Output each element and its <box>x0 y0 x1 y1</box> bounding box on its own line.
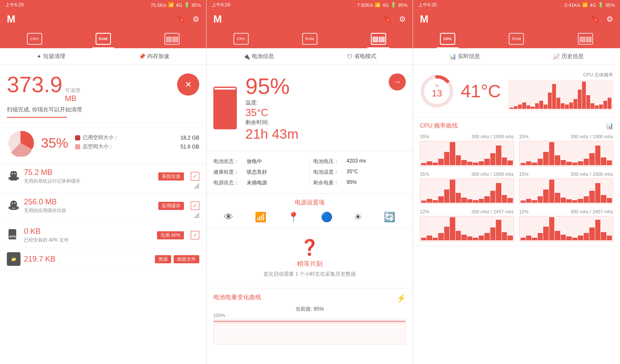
network-2: 4G <box>382 3 389 8</box>
rotation-icon[interactable]: 🔄 <box>384 212 395 223</box>
clean-button[interactable]: ✕ <box>177 73 199 96</box>
bookmark-icon-3[interactable]: 🔖 <box>590 15 600 24</box>
bar-item <box>586 95 590 109</box>
cpu-freq-section: CPU 频率曲线 📊 15%300 mhz / 1900 mhz15%300 m… <box>413 118 620 246</box>
subnav-clean-label-1: 垃圾清理 <box>43 52 65 60</box>
tab-battery-3[interactable]: ▤▤ <box>574 31 597 48</box>
app-header-2: M 🔖 ⚙ <box>207 10 413 29</box>
core-bar-item <box>450 217 455 240</box>
signal-icon-3: 📶 <box>582 2 588 8</box>
tab-ram-3[interactable]: RAM <box>505 31 527 48</box>
core-bar-item <box>521 201 526 203</box>
junk-size-2: 0 KB <box>24 227 154 236</box>
app-header-3: M 🔖 ⚙ <box>413 10 620 29</box>
clean-label-unit: 可清理 MB <box>65 87 80 103</box>
ram-tab-icon-2: RAM <box>302 33 317 45</box>
location-icon[interactable]: 📍 <box>288 212 299 223</box>
core-bar-item <box>566 199 571 203</box>
bar-item <box>565 105 569 109</box>
tab-bar-1: CPU RAM ▤▤ <box>0 29 206 48</box>
gear-icon-1[interactable]: ⚙ <box>192 15 199 24</box>
power-settings-title: 电源设置项 <box>213 199 406 207</box>
svg-text:APK: APK <box>9 235 16 239</box>
status-bar-2: 上午6:29 7.92K/s 📶 4G 🔋 95% <box>207 0 413 10</box>
core-item-1: 15%300 mhz / 1900 mhz <box>519 134 614 166</box>
bookmark-icon-1[interactable]: 🔖 <box>176 15 186 24</box>
core-freq-label-3: 300 mhz / 1900 mhz <box>571 172 613 177</box>
core-bar-item <box>589 153 594 165</box>
cpu-cores-grid: 15%300 mhz / 1900 mhz15%300 mhz / 1900 m… <box>420 134 613 242</box>
gear-icon-2[interactable]: ⚙ <box>399 15 406 24</box>
core-bar-item <box>572 238 577 240</box>
battery-divider <box>309 156 310 188</box>
battery-tab-icon-1: ▤▤ <box>164 33 180 45</box>
tab-battery-2[interactable]: ▤▤ <box>367 31 390 48</box>
tab-cpu-1[interactable]: CPU <box>23 31 46 48</box>
bar-item <box>535 103 539 109</box>
bar-item <box>531 107 535 109</box>
core-bar-item <box>496 220 501 240</box>
core-pct-1: 15% <box>519 134 529 139</box>
junk-tag-2: 无用 APK <box>157 231 184 239</box>
subnav-mem-1[interactable]: 📌 内存加速 <box>139 52 169 60</box>
subnav-power-save[interactable]: 🛡 省电模式 <box>347 52 376 60</box>
stat-remain-label: 剩余电量： <box>313 179 343 186</box>
wifi-off-icon[interactable]: 📶 <box>255 212 266 223</box>
bar-item <box>582 82 586 109</box>
core-bar-item <box>438 233 443 240</box>
cpu-total-chart: CPU 总体频率 <box>508 72 613 111</box>
bat-stat-power: 电源状态： 未插电源 <box>213 178 306 188</box>
bat-stat-status: 电池状态： 放电中 <box>213 156 306 167</box>
core-bar-item <box>595 146 600 165</box>
junk-corner-0 <box>7 184 199 189</box>
cpu-main: % 13 41°C CPU 总体频率 <box>413 65 620 118</box>
junk-tag-remain: 残留文件 <box>174 255 199 263</box>
core-bar-item <box>484 233 489 240</box>
bar-item <box>569 102 573 109</box>
content-1: 373.9 可清理 MB 扫描完成, 你现在可以开始清理 ✕ <box>0 65 206 364</box>
tab-cpu-3[interactable]: CPU <box>437 31 459 48</box>
arrow-button[interactable]: → <box>389 73 406 90</box>
bluetooth-icon[interactable]: 🔵 <box>321 212 332 223</box>
junk-header-2: APK 0 KB 已经安装的 APK 文件 无用 APK ✓ <box>7 227 199 243</box>
core-bar-item <box>526 236 531 240</box>
speed-1: 75.5K/s <box>151 3 166 8</box>
battery-main: 95% 温度: 35°C 剩余时间: 21h 43m → <box>207 65 413 151</box>
gear-icon-3[interactable]: ⚙ <box>606 15 613 24</box>
bookmark-icon-2[interactable]: 🔖 <box>383 15 392 24</box>
subnav-battery-info[interactable]: 🔌 电池信息 <box>243 52 274 60</box>
junk-check-0[interactable]: ✓ <box>191 172 199 181</box>
eye-icon[interactable]: 👁 <box>224 212 233 223</box>
total-val: 51.6 GB <box>180 144 199 150</box>
tab-ram-1[interactable]: RAM <box>92 31 114 48</box>
bar-item <box>561 103 565 109</box>
sub-nav-1: ✦ 垃圾清理 📌 内存加速 <box>0 48 206 65</box>
junk-info-3: 219.7 KB <box>24 255 151 264</box>
cpu-chart-title: CPU 总体频率 <box>508 72 613 78</box>
tab-ram-2[interactable]: RAM <box>299 31 321 48</box>
pie-chart <box>7 129 34 157</box>
core-header-2: 15%300 mhz / 1900 mhz <box>420 172 514 177</box>
core-bar-item <box>543 152 548 165</box>
core-bar-item <box>427 199 432 203</box>
clean-label: 可清理 <box>65 87 80 94</box>
battery-stats-col-right: 电池电压： 4203 mv 电池温度： 35°C 剩余电量： 95% <box>313 156 406 188</box>
question-icon: ❓ <box>213 239 406 256</box>
subnav-realtime[interactable]: 📊 实时信息 <box>449 52 480 60</box>
core-bar-item <box>595 220 600 240</box>
bar-item <box>539 101 543 109</box>
core-bar-item <box>444 189 449 203</box>
network-1: 4G <box>176 3 182 8</box>
brightness-icon[interactable]: ☀ <box>354 212 362 223</box>
battery-tab-icon-2: ▤▤ <box>371 33 386 45</box>
file-icon: 📁 <box>7 252 20 266</box>
junk-check-2[interactable]: ✓ <box>191 231 199 239</box>
core-bar-item <box>473 163 478 165</box>
subnav-clean-1[interactable]: ✦ 垃圾清理 <box>37 52 65 60</box>
core-bar-item <box>473 238 478 240</box>
battery-info: 95% 温度: 35°C 剩余时间: 21h 43m <box>245 73 380 142</box>
tab-cpu-2[interactable]: CPU <box>230 31 252 48</box>
subnav-history[interactable]: 📈 历史信息 <box>553 52 584 60</box>
tab-battery-1[interactable]: ▤▤ <box>161 31 183 48</box>
junk-check-1[interactable]: ✓ <box>191 201 199 210</box>
